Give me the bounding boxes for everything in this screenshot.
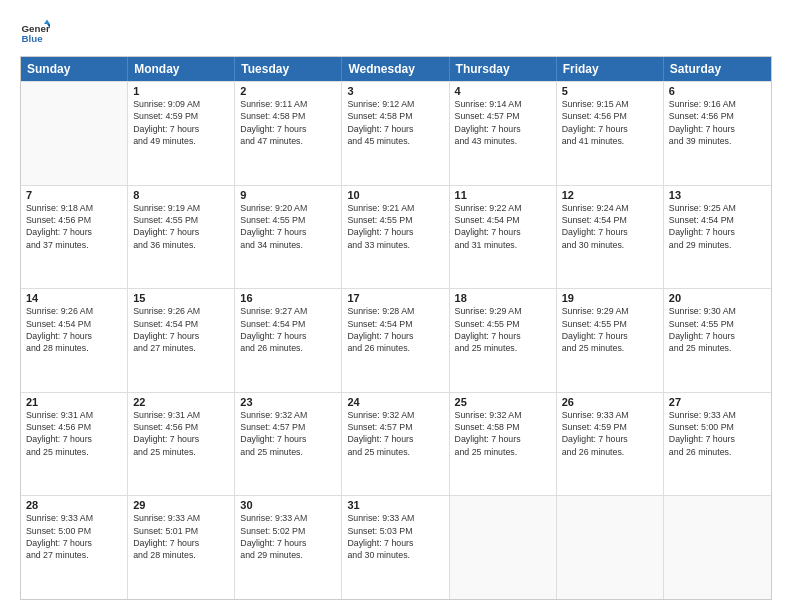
day-info: Sunrise: 9:09 AM Sunset: 4:59 PM Dayligh…	[133, 98, 229, 147]
calendar-header: SundayMondayTuesdayWednesdayThursdayFrid…	[21, 57, 771, 81]
calendar-cell: 7Sunrise: 9:18 AM Sunset: 4:56 PM Daylig…	[21, 186, 128, 289]
calendar-cell	[450, 496, 557, 599]
logo-icon: General Blue	[20, 18, 50, 48]
calendar-cell: 27Sunrise: 9:33 AM Sunset: 5:00 PM Dayli…	[664, 393, 771, 496]
day-info: Sunrise: 9:33 AM Sunset: 5:01 PM Dayligh…	[133, 512, 229, 561]
calendar-cell: 1Sunrise: 9:09 AM Sunset: 4:59 PM Daylig…	[128, 82, 235, 185]
weekday-header: Thursday	[450, 57, 557, 81]
day-info: Sunrise: 9:16 AM Sunset: 4:56 PM Dayligh…	[669, 98, 766, 147]
day-number: 13	[669, 189, 766, 201]
day-number: 6	[669, 85, 766, 97]
calendar-cell: 31Sunrise: 9:33 AM Sunset: 5:03 PM Dayli…	[342, 496, 449, 599]
calendar-cell: 23Sunrise: 9:32 AM Sunset: 4:57 PM Dayli…	[235, 393, 342, 496]
day-info: Sunrise: 9:19 AM Sunset: 4:55 PM Dayligh…	[133, 202, 229, 251]
calendar-cell: 16Sunrise: 9:27 AM Sunset: 4:54 PM Dayli…	[235, 289, 342, 392]
day-number: 5	[562, 85, 658, 97]
day-info: Sunrise: 9:21 AM Sunset: 4:55 PM Dayligh…	[347, 202, 443, 251]
day-info: Sunrise: 9:32 AM Sunset: 4:58 PM Dayligh…	[455, 409, 551, 458]
logo: General Blue	[20, 18, 50, 48]
day-number: 16	[240, 292, 336, 304]
header: General Blue	[20, 18, 772, 48]
weekday-header: Saturday	[664, 57, 771, 81]
day-info: Sunrise: 9:32 AM Sunset: 4:57 PM Dayligh…	[347, 409, 443, 458]
day-info: Sunrise: 9:22 AM Sunset: 4:54 PM Dayligh…	[455, 202, 551, 251]
calendar: SundayMondayTuesdayWednesdayThursdayFrid…	[20, 56, 772, 600]
day-number: 23	[240, 396, 336, 408]
day-info: Sunrise: 9:26 AM Sunset: 4:54 PM Dayligh…	[26, 305, 122, 354]
day-info: Sunrise: 9:24 AM Sunset: 4:54 PM Dayligh…	[562, 202, 658, 251]
day-number: 24	[347, 396, 443, 408]
day-number: 7	[26, 189, 122, 201]
calendar-row: 28Sunrise: 9:33 AM Sunset: 5:00 PM Dayli…	[21, 495, 771, 599]
day-info: Sunrise: 9:14 AM Sunset: 4:57 PM Dayligh…	[455, 98, 551, 147]
day-number: 10	[347, 189, 443, 201]
day-info: Sunrise: 9:33 AM Sunset: 4:59 PM Dayligh…	[562, 409, 658, 458]
calendar-row: 21Sunrise: 9:31 AM Sunset: 4:56 PM Dayli…	[21, 392, 771, 496]
day-number: 12	[562, 189, 658, 201]
day-number: 4	[455, 85, 551, 97]
calendar-row: 1Sunrise: 9:09 AM Sunset: 4:59 PM Daylig…	[21, 81, 771, 185]
calendar-cell: 11Sunrise: 9:22 AM Sunset: 4:54 PM Dayli…	[450, 186, 557, 289]
calendar-cell: 12Sunrise: 9:24 AM Sunset: 4:54 PM Dayli…	[557, 186, 664, 289]
weekday-header: Friday	[557, 57, 664, 81]
svg-text:General: General	[22, 23, 51, 34]
calendar-cell	[557, 496, 664, 599]
calendar-cell: 2Sunrise: 9:11 AM Sunset: 4:58 PM Daylig…	[235, 82, 342, 185]
calendar-cell: 22Sunrise: 9:31 AM Sunset: 4:56 PM Dayli…	[128, 393, 235, 496]
calendar-cell: 8Sunrise: 9:19 AM Sunset: 4:55 PM Daylig…	[128, 186, 235, 289]
day-info: Sunrise: 9:15 AM Sunset: 4:56 PM Dayligh…	[562, 98, 658, 147]
calendar-cell: 20Sunrise: 9:30 AM Sunset: 4:55 PM Dayli…	[664, 289, 771, 392]
calendar-cell: 26Sunrise: 9:33 AM Sunset: 4:59 PM Dayli…	[557, 393, 664, 496]
weekday-header: Tuesday	[235, 57, 342, 81]
day-number: 18	[455, 292, 551, 304]
day-number: 30	[240, 499, 336, 511]
calendar-cell: 5Sunrise: 9:15 AM Sunset: 4:56 PM Daylig…	[557, 82, 664, 185]
calendar-cell: 17Sunrise: 9:28 AM Sunset: 4:54 PM Dayli…	[342, 289, 449, 392]
day-info: Sunrise: 9:29 AM Sunset: 4:55 PM Dayligh…	[455, 305, 551, 354]
day-number: 15	[133, 292, 229, 304]
day-number: 19	[562, 292, 658, 304]
calendar-cell: 24Sunrise: 9:32 AM Sunset: 4:57 PM Dayli…	[342, 393, 449, 496]
day-info: Sunrise: 9:25 AM Sunset: 4:54 PM Dayligh…	[669, 202, 766, 251]
day-number: 1	[133, 85, 229, 97]
day-number: 2	[240, 85, 336, 97]
calendar-cell: 9Sunrise: 9:20 AM Sunset: 4:55 PM Daylig…	[235, 186, 342, 289]
calendar-cell: 25Sunrise: 9:32 AM Sunset: 4:58 PM Dayli…	[450, 393, 557, 496]
day-number: 25	[455, 396, 551, 408]
calendar-cell: 19Sunrise: 9:29 AM Sunset: 4:55 PM Dayli…	[557, 289, 664, 392]
day-number: 9	[240, 189, 336, 201]
calendar-cell: 4Sunrise: 9:14 AM Sunset: 4:57 PM Daylig…	[450, 82, 557, 185]
day-number: 31	[347, 499, 443, 511]
day-info: Sunrise: 9:33 AM Sunset: 5:03 PM Dayligh…	[347, 512, 443, 561]
calendar-cell	[664, 496, 771, 599]
day-info: Sunrise: 9:33 AM Sunset: 5:02 PM Dayligh…	[240, 512, 336, 561]
day-number: 8	[133, 189, 229, 201]
day-info: Sunrise: 9:31 AM Sunset: 4:56 PM Dayligh…	[26, 409, 122, 458]
day-info: Sunrise: 9:32 AM Sunset: 4:57 PM Dayligh…	[240, 409, 336, 458]
day-info: Sunrise: 9:20 AM Sunset: 4:55 PM Dayligh…	[240, 202, 336, 251]
day-info: Sunrise: 9:28 AM Sunset: 4:54 PM Dayligh…	[347, 305, 443, 354]
day-number: 28	[26, 499, 122, 511]
day-info: Sunrise: 9:31 AM Sunset: 4:56 PM Dayligh…	[133, 409, 229, 458]
day-number: 22	[133, 396, 229, 408]
calendar-cell: 10Sunrise: 9:21 AM Sunset: 4:55 PM Dayli…	[342, 186, 449, 289]
day-number: 14	[26, 292, 122, 304]
day-info: Sunrise: 9:33 AM Sunset: 5:00 PM Dayligh…	[26, 512, 122, 561]
svg-text:Blue: Blue	[22, 33, 44, 44]
page: General Blue SundayMondayTuesdayWednesda…	[0, 0, 792, 612]
day-info: Sunrise: 9:26 AM Sunset: 4:54 PM Dayligh…	[133, 305, 229, 354]
calendar-cell: 15Sunrise: 9:26 AM Sunset: 4:54 PM Dayli…	[128, 289, 235, 392]
svg-marker-2	[44, 20, 50, 25]
calendar-cell: 28Sunrise: 9:33 AM Sunset: 5:00 PM Dayli…	[21, 496, 128, 599]
day-number: 3	[347, 85, 443, 97]
day-number: 11	[455, 189, 551, 201]
calendar-row: 7Sunrise: 9:18 AM Sunset: 4:56 PM Daylig…	[21, 185, 771, 289]
calendar-cell: 30Sunrise: 9:33 AM Sunset: 5:02 PM Dayli…	[235, 496, 342, 599]
day-number: 27	[669, 396, 766, 408]
calendar-cell: 3Sunrise: 9:12 AM Sunset: 4:58 PM Daylig…	[342, 82, 449, 185]
calendar-cell: 13Sunrise: 9:25 AM Sunset: 4:54 PM Dayli…	[664, 186, 771, 289]
day-info: Sunrise: 9:18 AM Sunset: 4:56 PM Dayligh…	[26, 202, 122, 251]
calendar-cell: 14Sunrise: 9:26 AM Sunset: 4:54 PM Dayli…	[21, 289, 128, 392]
day-info: Sunrise: 9:30 AM Sunset: 4:55 PM Dayligh…	[669, 305, 766, 354]
day-number: 20	[669, 292, 766, 304]
